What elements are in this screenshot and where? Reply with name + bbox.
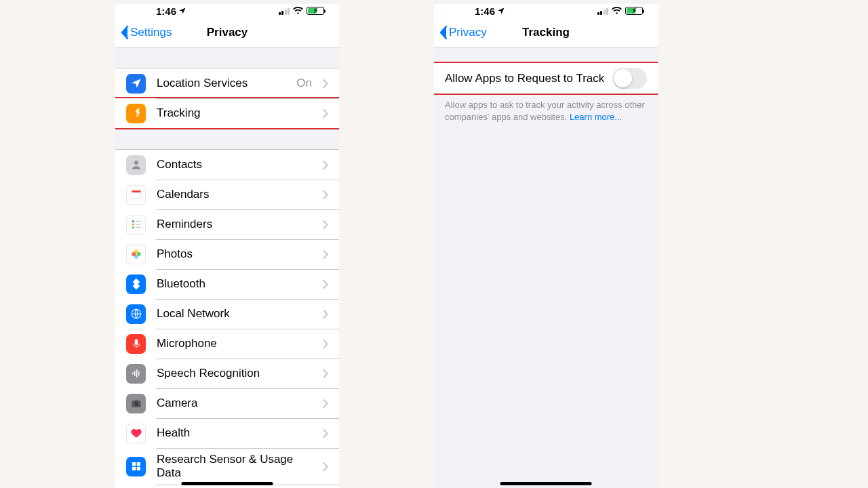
chevron-right-icon (323, 399, 328, 408)
status-time: 1:46 (475, 5, 505, 17)
status-indicators: ⚡︎ (279, 7, 325, 15)
cellular-icon (279, 7, 290, 15)
chevron-right-icon (323, 340, 328, 348)
chevron-right-icon (323, 220, 328, 229)
contacts-icon (126, 155, 146, 175)
reminders-icon (126, 215, 146, 235)
row-label: Speech Recognition (157, 367, 312, 380)
row-label: Location Services (157, 77, 285, 90)
row-label: Reminders (157, 218, 312, 231)
row-reminders[interactable]: Reminders (115, 209, 339, 239)
row-bluetooth[interactable]: Bluetooth (115, 269, 339, 299)
network-icon (126, 304, 146, 324)
row-label: Contacts (157, 158, 312, 171)
row-speech[interactable]: Speech Recognition (115, 359, 339, 388)
chevron-right-icon (323, 369, 328, 378)
row-label: Microphone (157, 337, 312, 350)
allow-tracking-toggle[interactable] (612, 68, 647, 89)
svg-rect-18 (138, 371, 140, 375)
row-label: Local Network (157, 307, 312, 321)
back-button[interactable]: Privacy (439, 26, 487, 39)
back-label: Privacy (449, 26, 487, 39)
chevron-right-icon (323, 250, 328, 259)
content-scroll[interactable]: Location ServicesOnTracking ContactsCale… (115, 47, 339, 488)
allow-tracking-row: Allow Apps to Request to Track (434, 62, 658, 94)
battery-icon: ⚡︎ (307, 7, 324, 15)
svg-point-3 (132, 220, 134, 222)
svg-point-12 (132, 252, 136, 256)
row-camera[interactable]: Camera (115, 388, 339, 418)
svg-rect-15 (132, 373, 134, 375)
toggle-label: Allow Apps to Request to Track (445, 72, 604, 85)
status-bar: 1:46 ⚡︎ (434, 4, 658, 18)
svg-rect-2 (132, 192, 141, 199)
chevron-right-icon (323, 79, 328, 88)
row-label: Photos (157, 247, 312, 261)
nav-bar: Privacy Tracking (434, 18, 658, 47)
status-indicators: ⚡︎ (597, 7, 644, 15)
group-privacy-categories: ContactsCalendarsRemindersPhotosBluetoot… (115, 149, 339, 488)
row-photos[interactable]: Photos (115, 239, 339, 269)
svg-rect-16 (134, 371, 136, 376)
svg-point-5 (132, 226, 134, 228)
status-bar: 1:46 ⚡︎ (115, 4, 339, 18)
cellular-icon (597, 7, 609, 15)
row-tracking[interactable]: Tracking (115, 98, 339, 128)
home-indicator (182, 482, 273, 485)
row-label: Health (157, 426, 312, 440)
svg-rect-21 (134, 400, 138, 401)
home-indicator (500, 482, 592, 485)
row-label: Camera (157, 396, 312, 410)
row-label: Bluetooth (157, 277, 312, 291)
back-button[interactable]: Settings (121, 26, 172, 39)
location-arrow-icon (497, 7, 505, 15)
chevron-left-icon (439, 26, 448, 39)
chevron-right-icon (323, 429, 328, 438)
phone-tracking: 1:46 ⚡︎ Privacy Tracking Allow Apps to R… (434, 0, 658, 488)
row-calendars[interactable]: Calendars (115, 180, 339, 209)
chevron-right-icon (323, 109, 328, 118)
nav-bar: Settings Privacy (115, 18, 339, 47)
svg-rect-7 (136, 224, 141, 225)
svg-point-4 (132, 224, 134, 226)
row-value: On (296, 77, 312, 90)
tracking-icon (126, 104, 146, 123)
status-time: 1:46 (156, 5, 186, 17)
row-research[interactable]: Research Sensor & Usage Data (115, 448, 339, 485)
row-label: Research Sensor & Usage Data (157, 453, 312, 480)
row-health[interactable]: Health (115, 418, 339, 448)
chevron-left-icon (121, 26, 129, 39)
row-location-services[interactable]: Location ServicesOn (115, 68, 339, 98)
row-local-network[interactable]: Local Network (115, 299, 339, 329)
photos-icon (126, 245, 146, 264)
microphone-icon (126, 334, 146, 354)
wifi-icon (292, 7, 304, 15)
chevron-right-icon (323, 190, 328, 199)
content-scroll[interactable]: Allow Apps to Request to Track Allow app… (434, 47, 658, 488)
location-arrow-icon (178, 7, 186, 15)
wifi-icon (611, 7, 623, 15)
calendars-icon (126, 185, 146, 205)
tracking-footer: Allow apps to ask to track your activity… (434, 94, 658, 127)
svg-rect-17 (136, 369, 138, 378)
group-location-tracking: Location ServicesOnTracking (115, 68, 339, 129)
chevron-right-icon (323, 161, 328, 169)
svg-rect-1 (132, 190, 141, 192)
chevron-right-icon (323, 462, 328, 471)
svg-point-20 (134, 402, 138, 406)
research-icon (126, 457, 146, 476)
chevron-right-icon (323, 280, 328, 289)
chevron-right-icon (323, 310, 328, 319)
row-microphone[interactable]: Microphone (115, 329, 339, 359)
speech-icon (126, 364, 146, 384)
learn-more-link[interactable]: Learn more... (570, 112, 622, 122)
phone-privacy: 1:46 ⚡︎ Settings Privacy Location Servic… (115, 0, 339, 488)
row-label: Calendars (157, 188, 312, 201)
location-icon (126, 74, 146, 94)
battery-icon: ⚡︎ (625, 7, 643, 15)
svg-point-0 (134, 161, 138, 165)
row-contacts[interactable]: Contacts (115, 150, 339, 180)
svg-rect-14 (134, 339, 138, 345)
bluetooth-icon (126, 274, 146, 294)
row-label: Tracking (157, 106, 312, 120)
